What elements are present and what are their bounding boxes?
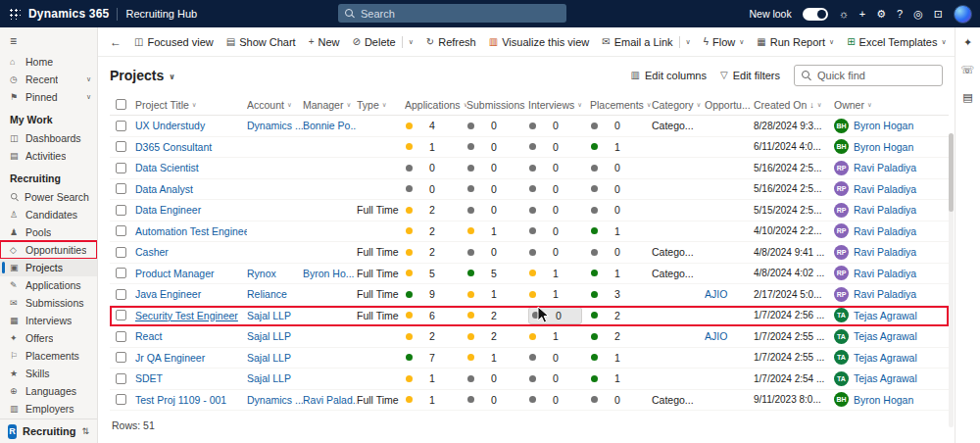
owner-link[interactable]: Ravi Paladiya — [854, 162, 916, 173]
column-header-owner[interactable]: Owner∨ — [834, 99, 949, 111]
command-show-chart[interactable]: ▤Show Chart — [221, 33, 301, 51]
project-title-link[interactable]: React — [135, 330, 162, 342]
command-visualize-this-view[interactable]: ▥Visualize this view — [484, 33, 595, 51]
account-link[interactable]: Dynamics ... — [247, 394, 303, 406]
row-checkbox[interactable] — [116, 225, 126, 236]
back-button[interactable]: ← — [110, 36, 122, 48]
edit-columns-button[interactable]: ▥ Edit columns — [631, 70, 707, 81]
project-title-link[interactable]: Data Analyst — [135, 183, 193, 195]
sidebar-item-pinned[interactable]: ⚑Pinned∨ — [0, 88, 97, 106]
project-title-link[interactable]: Product Manager — [135, 268, 215, 279]
owner-link[interactable]: Tejas Agrawal — [854, 372, 917, 384]
sidebar-item-interviews[interactable]: ▦Interviews — [0, 312, 97, 329]
column-header-manager[interactable]: Manager∨ — [303, 99, 357, 111]
app-subtitle[interactable]: Recruiting Hub — [125, 8, 197, 20]
table-row[interactable]: Security Test EngineerSajal LLPFull Time… — [110, 306, 949, 327]
feedback-icon[interactable]: ◎ — [913, 9, 923, 20]
copilot-icon[interactable]: ✦ — [963, 37, 972, 48]
row-checkbox[interactable] — [116, 373, 126, 384]
project-title-link[interactable]: Data Scientist — [135, 162, 199, 173]
account-link[interactable]: Sajal LLP — [247, 330, 291, 342]
sidebar-item-projects[interactable]: ▣Projects — [0, 259, 97, 276]
command-flow[interactable]: ϟFlow∨ — [699, 33, 750, 51]
owner-link[interactable]: Ravi Paladiya — [854, 183, 916, 195]
table-row[interactable]: Data Analyst00005/16/2024 2:5...RPRavi P… — [110, 179, 949, 201]
table-row[interactable]: Product ManagerRynoxByron Ho...Full Time… — [110, 264, 949, 285]
row-checkbox[interactable] — [116, 394, 126, 405]
owner-link[interactable]: Tejas Agrawal — [854, 352, 917, 364]
sidebar-item-activities[interactable]: ▤Activities — [0, 147, 97, 165]
account-link[interactable]: Rynox — [247, 268, 276, 279]
column-header-interviews[interactable]: Interviews∨ — [528, 99, 590, 111]
owner-link[interactable]: Ravi Paladiya — [854, 225, 916, 237]
sidebar-item-employers[interactable]: ▥Employers — [0, 400, 97, 418]
owner-link[interactable]: Byron Hogan — [854, 141, 913, 153]
global-search-box[interactable] — [338, 4, 566, 23]
owner-link[interactable]: Ravi Paladiya — [854, 246, 916, 258]
column-header-type[interactable]: Type∨ — [357, 99, 405, 111]
column-header-category[interactable]: Category∨ — [652, 99, 705, 111]
project-title-link[interactable]: Test Proj 1109 - 001 — [135, 394, 226, 406]
table-row[interactable]: Jr QA EngineerSajal LLP71011/7/2024 2:55… — [110, 348, 949, 369]
owner-link[interactable]: Ravi Paladiya — [854, 268, 916, 279]
sidebar-item-pools[interactable]: ♟Pools — [0, 223, 97, 241]
global-search-input[interactable] — [361, 8, 560, 20]
user-avatar[interactable] — [954, 5, 972, 24]
select-all-checkbox[interactable] — [116, 99, 126, 110]
account-link[interactable]: Dynamics ... — [247, 120, 303, 131]
sidebar-item-languages[interactable]: ⊕Languages — [0, 382, 97, 400]
quick-find-box[interactable] — [794, 65, 943, 86]
row-checkbox[interactable] — [116, 310, 126, 320]
chevron-down-icon[interactable]: ∨ — [739, 38, 744, 46]
sidebar-item-power-search[interactable]: Power Search — [0, 188, 97, 206]
row-checkbox[interactable] — [116, 183, 126, 194]
table-row[interactable]: D365 Consultant10016/11/2024 4:0...BHByr… — [110, 137, 949, 159]
quick-create-icon[interactable]: + — [859, 9, 865, 20]
new-look-toggle[interactable] — [803, 8, 828, 21]
quick-find-input[interactable] — [817, 70, 935, 81]
owner-link[interactable]: Tejas Agrawal — [854, 330, 917, 342]
column-header-applications[interactable]: Applications∨ — [405, 99, 466, 111]
environment-switch-icon[interactable]: ⇅ — [81, 427, 89, 436]
table-row[interactable]: SDETSajal LLP10011/7/2024 2:54 ...TATeja… — [110, 369, 949, 390]
apps-icon[interactable]: ⊡ — [934, 9, 943, 20]
column-header-created-on[interactable]: Created On↓∨ — [754, 99, 834, 111]
phone-icon[interactable]: ☏ — [961, 65, 975, 75]
row-checkbox[interactable] — [116, 163, 126, 173]
table-row[interactable]: Data EngineerFull Time20005/15/2024 2:5.… — [110, 200, 949, 222]
sidebar-item-recent[interactable]: ◷Recent∨ — [0, 71, 97, 88]
owner-link[interactable]: Ravi Paladiya — [854, 204, 916, 216]
account-link[interactable]: Sajal LLP — [247, 310, 291, 321]
chevron-down-icon[interactable]: ∨ — [409, 38, 414, 46]
column-header-project-title[interactable]: Project Title∨ — [135, 99, 247, 111]
table-row[interactable]: Data Scientist00005/16/2024 2:5...RPRavi… — [110, 158, 949, 179]
settings-icon[interactable]: ⚙ — [876, 9, 886, 20]
scrollbar-thumb[interactable] — [949, 133, 954, 212]
column-header-account[interactable]: Account∨ — [247, 99, 303, 111]
command-refresh[interactable]: ↻Refresh — [421, 33, 481, 51]
vertical-scrollbar[interactable] — [949, 133, 954, 427]
project-title-link[interactable]: Automation Test Engineer — [135, 225, 247, 237]
collapse-sidebar-button[interactable]: ≡ — [0, 27, 97, 53]
sidebar-item-opportunities[interactable]: ◇Opportunities — [0, 241, 97, 259]
sidebar-item-home[interactable]: ⌂Home — [0, 53, 97, 71]
chevron-down-icon[interactable]: ∨ — [829, 38, 834, 46]
project-title-link[interactable]: Java Engineer — [135, 288, 201, 300]
command-focused-view[interactable]: ◫Focused view — [129, 33, 219, 51]
command-delete[interactable]: ⊘Delete∨ — [348, 33, 418, 51]
edit-filters-button[interactable]: ▽ Edit filters — [720, 70, 780, 81]
sidebar-item-skills[interactable]: ★Skills — [0, 365, 97, 382]
project-title-link[interactable]: Jr QA Engineer — [135, 352, 205, 364]
sidebar-item-candidates[interactable]: ♙Candidates — [0, 206, 97, 223]
lightbulb-icon[interactable]: ☼ — [839, 9, 849, 20]
owner-link[interactable]: Byron Hogan — [854, 120, 913, 131]
manager-link[interactable]: Byron Ho... — [303, 268, 355, 279]
account-link[interactable]: Sajal LLP — [247, 372, 291, 384]
project-title-link[interactable]: Casher — [135, 246, 169, 258]
row-checkbox[interactable] — [116, 205, 126, 216]
project-title-link[interactable]: UX Understudy — [135, 120, 205, 131]
command-email-a-link[interactable]: ✉Email a Link∨ — [597, 33, 695, 51]
sidebar-item-offers[interactable]: ✦Offers — [0, 329, 97, 347]
chevron-down-icon[interactable]: ∨ — [941, 38, 946, 46]
table-row[interactable]: Java EngineerRelianceFull Time9113AJIO2/… — [110, 284, 949, 306]
